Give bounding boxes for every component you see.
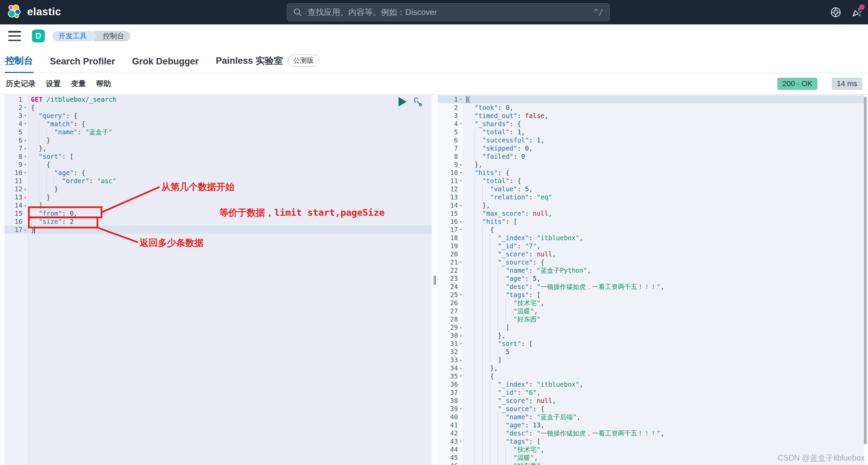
fold-close-icon[interactable]: ▴ [22, 185, 28, 193]
code-line[interactable]: 2▾{ [4, 103, 432, 112]
fold-open-icon[interactable]: ▾ [22, 120, 28, 128]
fold-close-icon[interactable]: ▴ [22, 193, 28, 201]
code-line[interactable]: 17▴} [4, 226, 432, 234]
code-line[interactable]: 5 "total": 1, [438, 128, 864, 136]
fold-open-icon[interactable]: ▾ [458, 177, 464, 185]
vertical-scrollbar-thumb[interactable] [864, 97, 867, 444]
fold-open-icon[interactable]: ▾ [458, 226, 464, 234]
code-line[interactable]: 18 "_index": "itbluebox", [438, 234, 864, 242]
code-line[interactable]: 30▴ }, [438, 331, 864, 340]
code-line[interactable]: 13▴ } [4, 193, 432, 201]
code-line[interactable]: 35▾ { [438, 372, 864, 380]
fold-close-icon[interactable]: ▴ [22, 136, 28, 144]
fold-close-icon[interactable]: ▴ [458, 356, 464, 364]
fold-open-icon[interactable]: ▾ [458, 217, 464, 226]
request-options-wrench-icon[interactable] [412, 96, 423, 107]
code-line[interactable]: 28 "好东西" [438, 315, 864, 323]
code-line[interactable]: 20 "_score": null, [438, 250, 864, 258]
fold-open-icon[interactable]: ▾ [458, 169, 464, 177]
code-line[interactable]: 4▾ "_shards": { [438, 120, 864, 128]
code-line[interactable]: 1GET /itbluebox/_search [4, 95, 432, 103]
code-line[interactable]: 14▴ ], [4, 201, 432, 209]
code-line[interactable]: 13 "relation": "eq" [438, 193, 864, 201]
panel-resize-handle[interactable]: ‖ [432, 95, 438, 465]
code-line[interactable]: 6 "successful": 1, [438, 136, 864, 144]
code-line[interactable]: 5 "name": "蓝盒子" [4, 128, 432, 136]
code-line[interactable]: 34▴ }, [438, 364, 864, 372]
space-badge[interactable]: D [32, 30, 45, 42]
menu-item-settings[interactable]: 设置 [46, 79, 61, 89]
fold-close-icon[interactable]: ▴ [458, 323, 464, 331]
code-line[interactable]: 43▾ "tags": [ [438, 437, 864, 445]
fold-close-icon[interactable]: ▴ [458, 201, 464, 209]
code-line[interactable]: 25▾ "tags": [ [438, 291, 864, 299]
fold-open-icon[interactable]: ▾ [22, 103, 28, 112]
code-line[interactable]: 9▴ }, [438, 160, 864, 169]
code-line[interactable]: 9▾ { [4, 160, 432, 169]
tab-console[interactable]: 控制台 [5, 55, 34, 73]
request-editor[interactable]: 1GET /itbluebox/_search2▾{3▾ "query": {4… [4, 95, 432, 465]
tab-search-profiler[interactable]: Search Profiler [49, 56, 116, 73]
elastic-logo[interactable]: elastic [7, 4, 61, 19]
code-line[interactable]: 41 "age": 13, [438, 421, 864, 429]
code-line[interactable]: 7▴ }, [4, 144, 432, 152]
code-line[interactable]: 3 "timed_out": false, [438, 112, 864, 120]
tab-painless-lab[interactable]: Painless 实验室公测版 [215, 55, 320, 73]
fold-open-icon[interactable]: ▾ [22, 112, 28, 120]
menu-item-help[interactable]: 帮助 [96, 79, 111, 89]
code-line[interactable]: 12▴ } [4, 185, 432, 193]
code-line[interactable]: 22 "name": "蓝盒子Python", [438, 266, 864, 274]
code-line[interactable]: 21▾ "_source": { [438, 258, 864, 266]
code-line[interactable]: 40 "name": "蓝盒子后端", [438, 413, 864, 421]
response-viewer[interactable]: 1▾{2 "took": 0,3 "timed_out": false,4▾ "… [438, 95, 864, 465]
fold-open-icon[interactable]: ▾ [458, 405, 464, 413]
code-line[interactable]: 8▾ "sort": [ [4, 152, 432, 160]
code-line[interactable]: 4▾ "match": { [4, 120, 432, 128]
code-line[interactable]: 42 "desc": "一顿操作猛如虎，一看工资两千五！！！", [438, 429, 864, 437]
code-line[interactable]: 15 "from": 0, [4, 209, 432, 217]
newsfeed-button[interactable] [851, 6, 863, 18]
fold-close-icon[interactable]: ▴ [22, 201, 28, 209]
code-line[interactable]: 32 5 [438, 348, 864, 356]
help-menu-button[interactable] [830, 6, 842, 18]
code-line[interactable]: 27 "温暖", [438, 307, 864, 315]
code-line[interactable]: 11 "order": "asc" [4, 177, 432, 185]
code-line[interactable]: 16 "size": 2 [4, 217, 432, 226]
code-line[interactable]: 10▾ "age": { [4, 169, 432, 177]
fold-open-icon[interactable]: ▾ [22, 169, 28, 177]
code-line[interactable]: 39▾ "_source": { [438, 405, 864, 413]
fold-close-icon[interactable]: ▴ [458, 160, 464, 169]
fold-open-icon[interactable]: ▾ [458, 340, 464, 348]
global-search-input[interactable] [307, 7, 589, 17]
code-line[interactable]: 26 "技术宅", [438, 299, 864, 307]
code-line[interactable]: 38 "_score": null, [438, 396, 864, 405]
code-line[interactable]: 17▾ { [438, 226, 864, 234]
code-line[interactable]: 6▴ } [4, 136, 432, 144]
fold-open-icon[interactable]: ▾ [22, 160, 28, 169]
tab-grok-debugger[interactable]: Grok Debugger [131, 56, 200, 73]
fold-close-icon[interactable]: ▴ [458, 364, 464, 372]
code-line[interactable]: 31▾ "sort": [ [438, 340, 864, 348]
code-line[interactable]: 23 "age": 5, [438, 274, 864, 283]
fold-open-icon[interactable]: ▾ [458, 291, 464, 299]
fold-open-icon[interactable]: ▾ [458, 95, 464, 103]
global-search-box[interactable]: ^/ [287, 3, 610, 21]
code-line[interactable]: 14▴ }, [438, 201, 864, 209]
code-line[interactable]: 3▾ "query": { [4, 112, 432, 120]
code-line[interactable]: 2 "took": 0, [438, 103, 864, 112]
fold-close-icon[interactable]: ▴ [22, 226, 28, 234]
menu-icon[interactable] [8, 31, 21, 41]
fold-open-icon[interactable]: ▾ [458, 120, 464, 128]
code-line[interactable]: 11▾ "total": { [438, 177, 864, 185]
code-line[interactable]: 7 "skipped": 0, [438, 144, 864, 152]
breadcrumb-dev-tools[interactable]: 开发工具 [52, 31, 93, 41]
fold-close-icon[interactable]: ▴ [22, 144, 28, 152]
code-line[interactable]: 12 "value": 5, [438, 185, 864, 193]
code-line[interactable]: 16▾ "hits": [ [438, 217, 864, 226]
code-line[interactable]: 1▾{ [438, 95, 864, 103]
code-line[interactable]: 19 "_id": "7", [438, 242, 864, 250]
send-request-button[interactable] [399, 97, 407, 106]
code-line[interactable]: 37 "_id": "6", [438, 388, 864, 396]
code-line[interactable]: 33▴ ] [438, 356, 864, 364]
fold-open-icon[interactable]: ▾ [458, 437, 464, 445]
